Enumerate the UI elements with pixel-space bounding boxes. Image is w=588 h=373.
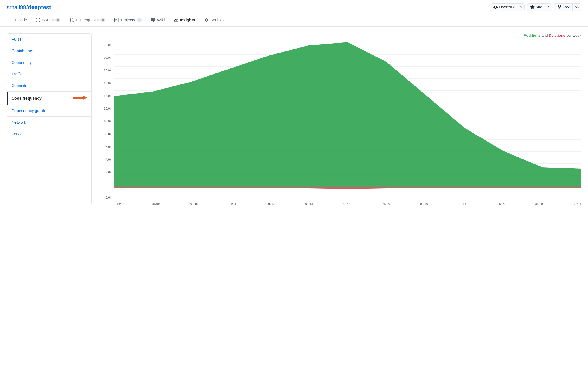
fork-group: Fork 56 [554, 3, 581, 11]
sidebar-item-forks[interactable]: Forks [7, 128, 91, 140]
fork-button[interactable]: Fork [554, 3, 572, 11]
and-label: and [542, 33, 549, 38]
repo-actions: Unwatch ▾ 2 Star 7 Fork 56 [490, 3, 581, 11]
top-bar: small99/deeptest Unwatch ▾ 2 Star 7 Fork… [0, 0, 588, 14]
y-label-14k: 14.0k [104, 94, 111, 97]
unwatch-button[interactable]: Unwatch ▾ [490, 3, 518, 11]
chart-wrapper: 22.0k 20.0k 18.0k 16.0k 14.0k 12.0k 10.0… [98, 42, 581, 205]
dependency-graph-link[interactable]: Dependency graph [12, 109, 45, 113]
wiki-icon [151, 18, 155, 22]
x-label-0118: 01/18 [497, 202, 505, 205]
project-icon [114, 18, 119, 22]
star-count[interactable]: 7 [545, 3, 552, 11]
tab-settings[interactable]: Settings [200, 14, 229, 26]
y-label-0: 0 [110, 183, 111, 186]
community-link[interactable]: Community [12, 60, 32, 65]
unwatch-group: Unwatch ▾ 2 [490, 3, 525, 11]
y-label-18k: 18.0k [104, 69, 111, 72]
star-label: Star [536, 5, 542, 9]
y-axis: 22.0k 20.0k 18.0k 16.0k 14.0k 12.0k 10.0… [98, 42, 114, 200]
tab-insights[interactable]: Insights [169, 14, 200, 26]
svg-marker-0 [73, 96, 87, 100]
settings-icon [204, 18, 209, 22]
x-label-0117: 01/17 [459, 202, 466, 205]
x-label-0113: 01/13 [305, 202, 313, 205]
tab-code[interactable]: Code [7, 14, 31, 26]
fork-count[interactable]: 56 [572, 3, 581, 11]
y-label-22k: 22.0k [104, 43, 111, 47]
x-label-0116: 01/16 [420, 202, 428, 205]
sidebar-item-contributors[interactable]: Contributors [7, 45, 91, 57]
fork-icon [557, 5, 562, 10]
network-link[interactable]: Network [12, 120, 26, 125]
additions-label: Additions [524, 33, 541, 38]
y-label-10k: 10.0k [104, 120, 111, 123]
sidebar-item-traffic[interactable]: Traffic [7, 68, 91, 80]
issue-icon [36, 18, 40, 22]
repo-title: small99/deeptest [7, 4, 51, 11]
right-arrow-svg [73, 95, 87, 101]
forks-link[interactable]: Forks [12, 132, 21, 136]
star-group: Star 7 [527, 3, 552, 11]
sidebar: Pulse Contributors Community Traffic Com… [7, 33, 92, 205]
sidebar-item-dependency-graph[interactable]: Dependency graph [7, 105, 91, 117]
chart-area: Additions and Deletions per week 22.0k 2… [98, 33, 581, 205]
x-label-0115: 01/15 [382, 202, 390, 205]
chart-plot [114, 42, 581, 200]
additions-area [114, 42, 581, 187]
nav-tabs: Code Issues 0 Pull requests 0 Projects 0… [0, 14, 588, 27]
chart-with-yaxis: 22.0k 20.0k 18.0k 16.0k 14.0k 12.0k 10.0… [98, 42, 581, 200]
repo-link[interactable]: deeptest [28, 4, 51, 10]
main-content: Pulse Contributors Community Traffic Com… [0, 27, 588, 212]
tab-pull-requests[interactable]: Pull requests 0 [65, 14, 110, 26]
pulse-link[interactable]: Pulse [12, 37, 21, 42]
star-icon [530, 5, 535, 10]
projects-badge: 0 [137, 18, 142, 22]
pr-icon [70, 18, 74, 22]
x-label-0110: 01/10 [190, 202, 198, 205]
tab-issues[interactable]: Issues 0 [31, 14, 65, 26]
sidebar-item-commits[interactable]: Commits [7, 80, 91, 92]
x-label-0109: 01/09 [152, 202, 160, 205]
owner-link[interactable]: small99 [7, 4, 26, 10]
eye-icon [493, 5, 498, 10]
unwatch-dropdown: ▾ [513, 5, 515, 9]
code-icon [11, 18, 16, 22]
x-label-0114: 01/14 [343, 202, 351, 205]
pr-badge: 0 [100, 18, 105, 22]
y-label-20k: 20.0k [104, 56, 111, 59]
sidebar-item-code-frequency[interactable]: Code frequency [7, 92, 91, 105]
deletions-area [114, 187, 581, 189]
issues-badge: 0 [55, 18, 60, 22]
y-label-8k: 8.0k [105, 132, 111, 136]
star-button[interactable]: Star [527, 3, 545, 11]
x-axis: 01/08 01/09 01/10 01/11 01/12 01/13 01/1… [98, 202, 581, 205]
x-label-0120: 01/20 [535, 202, 543, 205]
per-week-label: per week [566, 33, 581, 38]
unwatch-count[interactable]: 2 [518, 3, 525, 11]
deletions-label: Deletions [549, 33, 565, 38]
x-label-0111: 01/11 [229, 202, 237, 205]
x-label-0108: 01/08 [114, 202, 122, 205]
unwatch-label: Unwatch [499, 5, 512, 9]
arrow-icon [73, 95, 87, 101]
commits-link[interactable]: Commits [12, 83, 27, 88]
x-label-0121: 01/21 [573, 202, 581, 205]
insights-icon [174, 18, 178, 22]
y-label-12k: 12.0k [104, 107, 111, 110]
tab-wiki[interactable]: Wiki [146, 14, 169, 26]
y-label-6k: 6.0k [105, 145, 111, 148]
sidebar-item-pulse[interactable]: Pulse [7, 34, 91, 45]
traffic-link[interactable]: Traffic [12, 72, 22, 76]
sidebar-item-community[interactable]: Community [7, 57, 91, 68]
y-label-2k: 2.0k [105, 170, 111, 174]
contributors-link[interactable]: Contributors [12, 49, 33, 53]
chart-svg [114, 42, 581, 200]
fork-label: Fork [563, 5, 570, 9]
tab-projects[interactable]: Projects 0 [110, 14, 146, 26]
y-label-neg2k: 2.0k [105, 196, 111, 199]
y-label-16k: 16.0k [104, 81, 111, 85]
sidebar-item-network[interactable]: Network [7, 117, 91, 128]
chart-legend: Additions and Deletions per week [98, 33, 581, 38]
code-frequency-link[interactable]: Code frequency [12, 96, 42, 101]
